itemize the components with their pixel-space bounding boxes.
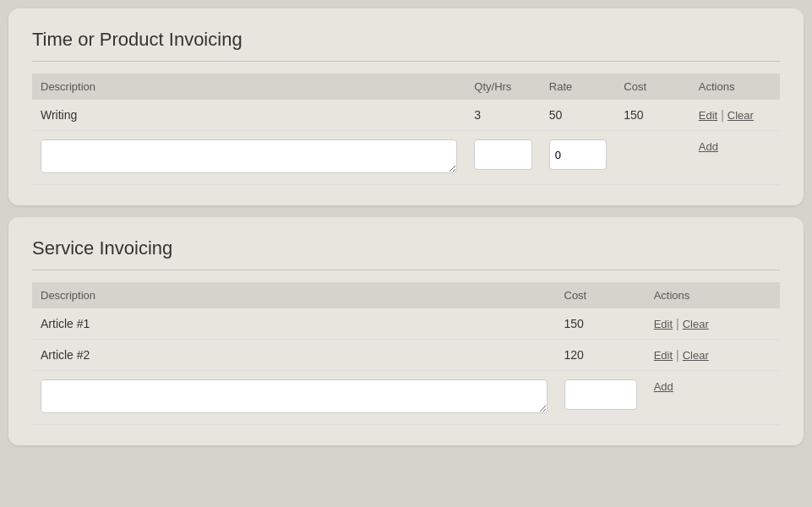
col-header-qty: Qty/Hrs xyxy=(466,74,541,100)
service-col-header-description: Description xyxy=(32,282,556,308)
time-product-input-row: Add xyxy=(32,131,780,185)
col-header-description: Description xyxy=(32,74,466,100)
col-header-actions: Actions xyxy=(690,74,780,100)
input-qty-cell xyxy=(466,131,541,185)
section1-title: Time or Product Invoicing xyxy=(32,29,780,62)
service-col-header-actions: Actions xyxy=(646,282,780,308)
col-header-cost: Cost xyxy=(615,74,690,100)
table-row: Article #2 120 Edit|Clear xyxy=(32,340,780,371)
time-product-table: Description Qty/Hrs Rate Cost Actions Wr… xyxy=(32,74,780,185)
row1-rate: 50 xyxy=(541,100,616,131)
table-row: Writing 3 50 150 Edit|Clear xyxy=(32,100,780,131)
service-add-button[interactable]: Add xyxy=(654,380,673,393)
row1-edit-link[interactable]: Edit xyxy=(699,109,717,122)
add-button[interactable]: Add xyxy=(699,140,718,153)
service-row2-edit-link[interactable]: Edit xyxy=(654,349,673,362)
input-actions-cell: Add xyxy=(690,131,780,185)
row1-clear-link[interactable]: Clear xyxy=(728,109,754,122)
service-col-header-cost: Cost xyxy=(556,282,646,308)
description-textarea[interactable] xyxy=(41,139,457,173)
time-product-invoicing-section: Time or Product Invoicing Description Qt… xyxy=(8,8,804,205)
service-row2-actions: Edit|Clear xyxy=(646,340,780,371)
separator: | xyxy=(721,108,724,122)
service-row1-actions: Edit|Clear xyxy=(646,308,780,340)
row1-cost: 150 xyxy=(615,100,690,131)
service-row2-description: Article #2 xyxy=(32,340,556,371)
col-header-rate: Rate xyxy=(541,74,616,100)
row1-qty: 3 xyxy=(466,100,541,131)
service-row1-edit-link[interactable]: Edit xyxy=(654,318,673,330)
service-cost-input[interactable] xyxy=(564,379,637,410)
service-header-row: Description Cost Actions xyxy=(32,282,780,308)
input-cost-cell xyxy=(615,131,690,185)
qty-input[interactable] xyxy=(474,139,532,170)
service-input-row: Add xyxy=(32,371,780,425)
time-product-header-row: Description Qty/Hrs Rate Cost Actions xyxy=(32,74,780,100)
input-rate-cell xyxy=(541,131,616,185)
row1-description: Writing xyxy=(32,100,466,131)
service-invoicing-section: Service Invoicing Description Cost Actio… xyxy=(8,217,804,445)
service-input-cost-cell xyxy=(556,371,646,425)
separator: | xyxy=(676,317,679,330)
section2-title: Service Invoicing xyxy=(32,237,780,270)
input-description-cell xyxy=(32,131,466,185)
service-input-actions-cell: Add xyxy=(646,371,780,425)
service-row1-clear-link[interactable]: Clear xyxy=(683,318,709,330)
table-row: Article #1 150 Edit|Clear xyxy=(32,308,780,340)
service-row1-description: Article #1 xyxy=(32,308,556,340)
service-row2-clear-link[interactable]: Clear xyxy=(683,349,709,362)
rate-input[interactable] xyxy=(549,139,608,170)
service-table: Description Cost Actions Article #1 150 … xyxy=(32,282,780,425)
service-description-textarea[interactable] xyxy=(41,379,548,413)
service-row1-cost: 150 xyxy=(556,308,646,340)
service-input-description-cell xyxy=(32,371,556,425)
row1-actions: Edit|Clear xyxy=(690,100,780,131)
separator: | xyxy=(676,348,679,362)
service-row2-cost: 120 xyxy=(556,340,646,371)
